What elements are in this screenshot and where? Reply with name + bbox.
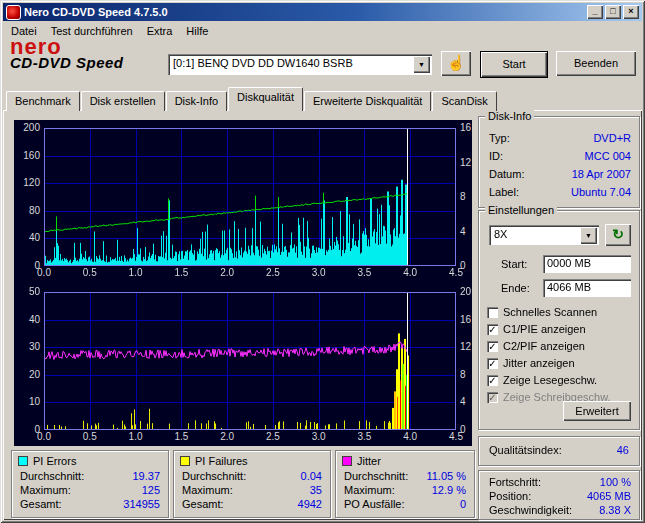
axis-tick-label: 0.0 xyxy=(34,268,54,278)
pif-avg-value: 0.04 xyxy=(301,470,322,482)
axis-tick-label: 4 xyxy=(460,397,480,407)
position-value: 4065 MB xyxy=(587,490,631,502)
po-failures-label: PO Ausfälle: xyxy=(344,498,405,510)
axis-tick-label: 4 xyxy=(460,227,480,237)
advanced-button[interactable]: Erweitert xyxy=(563,401,631,421)
position-label: Position: xyxy=(489,490,531,502)
scan-start-field[interactable]: 0000 MB xyxy=(543,255,631,273)
scan-end-field[interactable]: 4066 MB xyxy=(543,279,631,297)
minimize-button[interactable]: _ xyxy=(587,5,603,19)
cd-dvd-speed-logo-word: CD-DVD Speed xyxy=(10,53,124,73)
scan-start-label: Start: xyxy=(501,258,527,270)
axis-tick-label: 4.0 xyxy=(400,432,420,442)
axis-tick-label: 3.0 xyxy=(309,268,329,278)
axis-tick-label: 8 xyxy=(460,192,480,202)
axis-tick-label: 1.5 xyxy=(171,268,191,278)
checkbox-c2-pif-anzeigen[interactable]: ✓ C2/PIF anzeigen xyxy=(487,339,585,353)
axis-tick-label: 2.5 xyxy=(263,432,283,442)
axis-tick-label: 3.5 xyxy=(354,268,374,278)
refresh-icon: ↻ xyxy=(612,226,624,242)
pie-avg-label: Durchschnitt: xyxy=(20,470,84,482)
start-button[interactable]: Start xyxy=(480,51,548,78)
chevron-down-icon[interactable]: ▼ xyxy=(413,56,430,73)
checkbox-schnelles-scannen[interactable]: Schnelles Scannen xyxy=(487,305,597,319)
axis-tick-label: 200 xyxy=(14,123,40,133)
disk-id-label: ID: xyxy=(489,150,503,162)
pie-legend-chip xyxy=(18,456,28,466)
tab-scandisk[interactable]: ScanDisk xyxy=(432,91,496,111)
tab-benchmark[interactable]: Benchmark xyxy=(6,91,80,111)
pif-max-value: 35 xyxy=(310,484,322,496)
hand-icon: ☝ xyxy=(447,54,466,71)
pif-legend-chip xyxy=(180,456,190,466)
checkbox-zeige-lesegeschw[interactable]: ✓ Zeige Lesegeschw. xyxy=(487,373,597,387)
axis-tick-label: 8 xyxy=(460,370,480,380)
window-title: Nero CD-DVD Speed 4.7.5.0 xyxy=(24,6,587,18)
speed-value: 8.38 X xyxy=(599,504,631,516)
axis-tick-label: 0.0 xyxy=(34,432,54,442)
speed-label: Geschwindigkeit: xyxy=(489,504,572,516)
axis-tick-label: 10 xyxy=(14,397,40,407)
checkbox-box[interactable]: ✓ xyxy=(487,375,498,386)
checkbox-box[interactable]: ✓ xyxy=(487,341,498,352)
pi-errors-panel: PI Errors Durchschnitt:19.37 Maximum:125… xyxy=(11,450,169,518)
axis-tick-label: 4.5 xyxy=(446,268,466,278)
tab-disk-erstellen[interactable]: Disk erstellen xyxy=(81,91,165,111)
disk-id-value: MCC 004 xyxy=(585,150,631,162)
axis-tick-label: 12 xyxy=(460,342,480,352)
refresh-button[interactable]: ↻ xyxy=(605,224,631,246)
menu-hilfe[interactable]: Hilfe xyxy=(179,23,215,39)
extra-hand-button[interactable]: ☝ xyxy=(441,51,471,76)
close-button[interactable]: × xyxy=(623,5,639,19)
checkbox-box[interactable]: ✓ xyxy=(487,392,498,403)
menu-extra[interactable]: Extra xyxy=(140,23,180,39)
axis-tick-label: 20 xyxy=(14,370,40,380)
pi-failures-panel: PI Failures Durchschnitt:0.04 Maximum:35… xyxy=(173,450,331,518)
axis-tick-label: 12 xyxy=(460,158,480,168)
disk-type-value: DVD+R xyxy=(593,132,631,144)
quality-index-label: Qualitätsindex: xyxy=(489,444,562,456)
axis-tick-label: 50 xyxy=(14,287,40,297)
tab-erweiterte-diskqualitaet[interactable]: Erweiterte Diskqualität xyxy=(304,91,431,111)
pie-speed-chart xyxy=(44,128,456,266)
tab-disk-info[interactable]: Disk-Info xyxy=(166,91,227,111)
maximize-button[interactable]: □ xyxy=(605,5,621,19)
quit-button[interactable]: Beenden xyxy=(556,51,636,76)
pie-max-value: 125 xyxy=(142,484,160,496)
drive-select-value: [0:1] BENQ DVD DD DW1640 BSRB xyxy=(173,57,353,69)
pie-avg-value: 19.37 xyxy=(132,470,160,482)
checkbox-label: Schnelles Scannen xyxy=(503,306,597,318)
progress-group: Fortschritt:100 % Position:4065 MB Gesch… xyxy=(478,470,640,520)
jitter-legend-chip xyxy=(342,456,352,466)
axis-tick-label: 4.5 xyxy=(446,432,466,442)
axis-tick-label: 2.0 xyxy=(217,432,237,442)
speed-select-value: 8X xyxy=(494,228,507,240)
axis-tick-label: 0.5 xyxy=(80,432,100,442)
pif-avg-label: Durchschnitt: xyxy=(182,470,246,482)
axis-tick-label: 1.0 xyxy=(126,432,146,442)
chevron-down-icon[interactable]: ▼ xyxy=(580,227,597,244)
drive-select[interactable]: [0:1] BENQ DVD DD DW1640 BSRB ▼ xyxy=(168,54,432,75)
disk-type-label: Typ: xyxy=(489,132,510,144)
axis-tick-label: 2.5 xyxy=(263,268,283,278)
checkbox-box[interactable]: ✓ xyxy=(487,358,498,369)
pi-failures-title: PI Failures xyxy=(195,455,248,467)
progress-value: 100 % xyxy=(600,476,631,488)
checkbox-box[interactable] xyxy=(487,307,498,318)
app-window: Nero CD-DVD Speed 4.7.5.0 _ □ × Datei Te… xyxy=(0,0,645,523)
axis-tick-label: 20 xyxy=(460,287,480,297)
checkbox-box[interactable]: ✓ xyxy=(487,324,498,335)
disk-label-label: Label: xyxy=(489,186,519,198)
tab-diskqualitaet[interactable]: Diskqualität xyxy=(228,87,303,111)
po-failures-value: 0 xyxy=(460,498,466,510)
jitter-max-label: Maximum: xyxy=(344,484,395,496)
checkbox-c1-pie-anzeigen[interactable]: ✓ C1/PIE anzeigen xyxy=(487,322,586,336)
checkbox-jitter-anzeigen[interactable]: ✓ Jitter anzeigen xyxy=(487,356,575,370)
speed-select[interactable]: 8X ▼ xyxy=(489,225,599,245)
disk-date-value: 18 Apr 2007 xyxy=(572,168,631,180)
title-bar[interactable]: Nero CD-DVD Speed 4.7.5.0 _ □ × xyxy=(3,3,642,21)
axis-tick-label: 3.5 xyxy=(354,432,374,442)
axis-tick-label: 16 xyxy=(460,315,480,325)
disk-label-value: Ubuntu 7.04 xyxy=(571,186,631,198)
jitter-avg-value: 11.05 % xyxy=(426,470,466,482)
